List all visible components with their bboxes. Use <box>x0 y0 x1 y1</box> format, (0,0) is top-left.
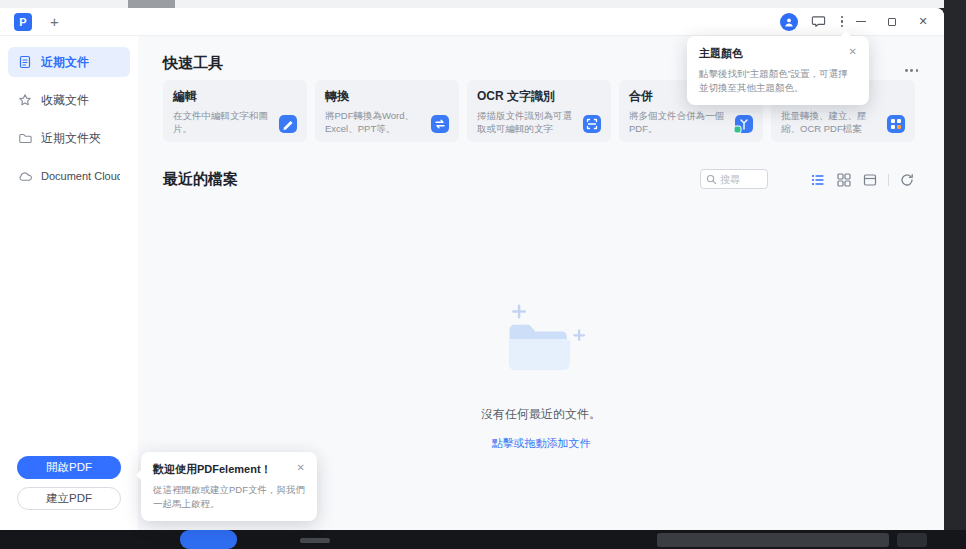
maximize-icon <box>888 18 896 26</box>
titlebar: P + ✕ <box>0 8 944 36</box>
tool-card-convert[interactable]: 轉換 將PDF轉換為Word、Excel、PPT等。 <box>315 80 459 142</box>
toolbar-divider <box>888 174 889 186</box>
refresh-icon[interactable] <box>899 172 915 188</box>
tool-card-ocr[interactable]: OCR 文字識別 掃描版文件識別為可選取或可編輯的文字 <box>467 80 611 142</box>
edit-icon <box>277 113 299 135</box>
maximize-button[interactable] <box>879 11 905 33</box>
star-icon <box>18 93 32 107</box>
search-input[interactable] <box>720 174 762 185</box>
recent-files-title: 最近的檔案 <box>163 170 238 189</box>
list-view-icon[interactable] <box>810 172 826 188</box>
open-pdf-button[interactable]: 開啟PDF <box>17 456 121 479</box>
popover-header: 主題顏色 ✕ <box>699 46 857 61</box>
theme-color-popover: 主題顏色 ✕ 點擊後找到“主題顏色”設置，可選擇並切換至其他主題顏色。 <box>687 36 869 105</box>
popover-body: 點擊後找到“主題顏色”設置，可選擇並切換至其他主題顏色。 <box>699 67 857 95</box>
sidebar: 近期文件 收藏文件 近期文件夾 <box>0 36 138 530</box>
background-strip-bottom <box>0 530 966 549</box>
sidebar-item-recent-folders[interactable]: 近期文件夾 <box>8 123 130 153</box>
pdfelement-window: P + ✕ <box>0 8 944 530</box>
account-avatar-icon[interactable] <box>780 13 798 31</box>
card-title: OCR 文字識別 <box>477 88 601 105</box>
folder-icon <box>18 131 32 145</box>
popover-arrow <box>841 31 851 36</box>
logo-glyph: P <box>19 16 26 28</box>
more-menu-icon[interactable] <box>841 16 844 28</box>
empty-folder-illustration <box>491 300 591 382</box>
convert-icon <box>429 113 451 135</box>
background-blue-button-fragment <box>180 530 237 549</box>
card-desc: 將PDF轉換為Word、Excel、PPT等。 <box>325 109 429 135</box>
view-toolbar <box>810 172 915 188</box>
screen: P + ✕ <box>0 0 966 549</box>
batch-icon <box>885 113 907 135</box>
sidebar-nav: 近期文件 收藏文件 近期文件夾 <box>0 36 138 191</box>
sidebar-item-label: 收藏文件 <box>41 92 89 109</box>
grid-view-icon[interactable] <box>836 172 852 188</box>
popover-header: 歡迎使用PDFelement！ ✕ <box>153 462 305 477</box>
background-strip-top <box>0 0 944 8</box>
minimize-icon <box>856 21 866 23</box>
sidebar-item-document-cloud[interactable]: Document Cloud <box>8 161 130 191</box>
new-tab-button[interactable]: + <box>50 14 59 29</box>
document-icon <box>18 55 32 69</box>
card-desc: 將多個文件合併為一個PDF。 <box>629 109 733 135</box>
close-icon: ✕ <box>918 16 927 27</box>
ocr-icon <box>581 113 603 135</box>
add-files-link[interactable]: 點擊或拖動添加文件 <box>492 436 591 451</box>
popover-body: 從這裡開啟或建立PDF文件，與我們一起馬上啟程。 <box>153 483 305 511</box>
empty-state: 沒有任何最近的文件。 點擊或拖動添加文件 <box>138 300 944 451</box>
background-fragment <box>300 538 330 543</box>
person-icon <box>784 17 794 27</box>
welcome-popover: 歡迎使用PDFelement！ ✕ 從這裡開啟或建立PDF文件，與我們一起馬上啟… <box>141 452 317 521</box>
app-logo-icon[interactable]: P <box>14 13 32 31</box>
card-desc: 掃描版文件識別為可選取或可編輯的文字 <box>477 109 581 135</box>
popover-close-icon[interactable]: ✕ <box>849 47 857 57</box>
cover-view-icon[interactable] <box>862 172 878 188</box>
popover-arrow <box>136 470 141 480</box>
popover-title: 主題顏色 <box>699 46 743 61</box>
background-window-fragment <box>128 0 175 8</box>
sidebar-item-starred-files[interactable]: 收藏文件 <box>8 85 130 115</box>
background-toolbar-fragment <box>657 533 889 547</box>
combine-icon <box>733 113 755 135</box>
background-fragment <box>897 533 927 547</box>
minimize-button[interactable] <box>848 11 874 33</box>
sidebar-item-label: 近期文件夾 <box>41 130 101 147</box>
sidebar-item-label: 近期文件 <box>41 54 89 71</box>
sidebar-item-recent-files[interactable]: 近期文件 <box>8 47 130 77</box>
tool-card-edit[interactable]: 編輯 在文件中編輯文字和圖片。 <box>163 80 307 142</box>
card-title: 轉換 <box>325 88 449 105</box>
feedback-chat-icon[interactable] <box>811 14 826 29</box>
card-title: 編輯 <box>173 88 297 105</box>
cloud-icon <box>18 169 32 183</box>
more-options-icon[interactable] <box>902 66 921 75</box>
search-box[interactable] <box>700 169 768 189</box>
popover-title: 歡迎使用PDFelement！ <box>153 462 272 477</box>
popover-close-icon[interactable]: ✕ <box>297 463 305 473</box>
empty-state-text: 沒有任何最近的文件。 <box>481 406 601 423</box>
card-desc: 在文件中編輯文字和圖片。 <box>173 109 277 135</box>
quick-tools-title: 快速工具 <box>163 54 223 73</box>
titlebar-right-group: ✕ <box>780 11 937 33</box>
create-pdf-button[interactable]: 建立PDF <box>17 487 121 510</box>
close-button[interactable]: ✕ <box>910 11 936 33</box>
sidebar-item-label: Document Cloud <box>41 170 120 182</box>
search-icon <box>706 174 717 185</box>
card-desc: 批量轉換、建立、壓縮、OCR PDF檔案 <box>781 109 885 135</box>
